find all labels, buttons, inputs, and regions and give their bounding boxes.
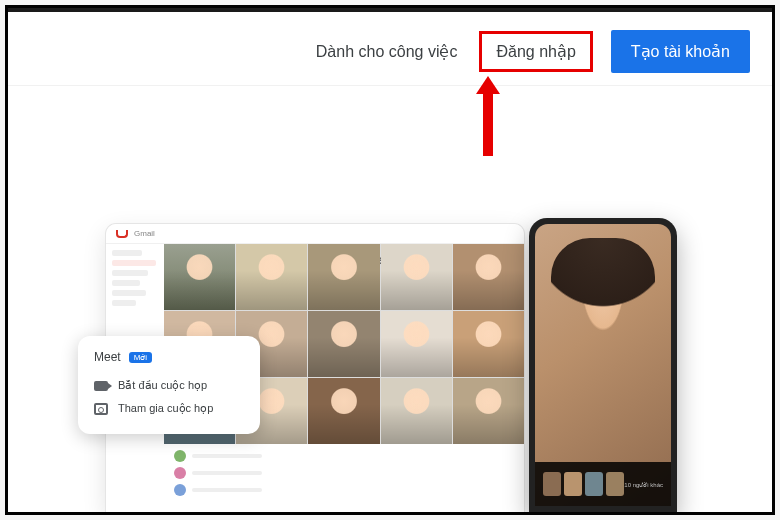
self-video bbox=[535, 224, 671, 462]
laptop-app-header: Gmail bbox=[106, 224, 524, 244]
keyboard-icon bbox=[94, 403, 108, 415]
phone-participants-bar: 10 người khác bbox=[535, 462, 671, 506]
participant-tile bbox=[308, 311, 379, 377]
start-meeting-button[interactable]: Bắt đầu cuộc họp bbox=[94, 374, 244, 397]
phone-screen: 10 người khác bbox=[535, 224, 671, 506]
sidebar-item bbox=[112, 300, 136, 306]
meet-popup: Meet Mới Bắt đầu cuộc họp Tham gia cuộc … bbox=[78, 336, 260, 434]
text-placeholder bbox=[192, 488, 262, 492]
gmail-list-preview bbox=[164, 444, 524, 512]
sign-in-link[interactable]: Đăng nhập bbox=[479, 31, 592, 72]
browser-top-strip bbox=[8, 8, 772, 12]
meet-title: Meet bbox=[94, 350, 121, 364]
hero-illustration: Gmail ⠿ ▦ bbox=[8, 182, 772, 512]
join-meeting-label: Tham gia cuộc họp bbox=[118, 402, 213, 415]
avatar bbox=[174, 467, 186, 479]
video-camera-icon bbox=[94, 381, 108, 391]
participant-tile bbox=[308, 378, 379, 444]
gmail-label: Gmail bbox=[134, 229, 155, 238]
phone-mockup: 10 người khác bbox=[529, 218, 677, 512]
for-work-link[interactable]: Dành cho công việc bbox=[312, 36, 462, 67]
participant-tile bbox=[236, 244, 307, 310]
sidebar-item bbox=[112, 270, 148, 276]
thumb-tile bbox=[543, 472, 561, 496]
person-illustration bbox=[551, 238, 655, 398]
avatar bbox=[174, 450, 186, 462]
text-placeholder bbox=[192, 471, 262, 475]
create-account-button[interactable]: Tạo tài khoản bbox=[611, 30, 750, 73]
highlight-arrow-annotation bbox=[476, 76, 500, 156]
list-item bbox=[174, 484, 514, 496]
new-badge: Mới bbox=[129, 352, 152, 363]
sidebar-item bbox=[112, 280, 140, 286]
avatar bbox=[174, 484, 186, 496]
participant-thumbnails bbox=[543, 472, 624, 496]
participant-tile bbox=[453, 311, 524, 377]
arrow-shaft bbox=[483, 94, 493, 156]
gmail-icon bbox=[116, 230, 128, 238]
participant-tile bbox=[381, 378, 452, 444]
sidebar-item-active bbox=[112, 260, 156, 266]
header-nav: Dành cho công việc Đăng nhập Tạo tài kho… bbox=[8, 12, 772, 86]
list-item bbox=[174, 467, 514, 479]
participant-tile bbox=[164, 244, 235, 310]
meet-popup-header: Meet Mới bbox=[94, 350, 244, 364]
page: Dành cho công việc Đăng nhập Tạo tài kho… bbox=[8, 8, 772, 512]
start-meeting-label: Bắt đầu cuộc họp bbox=[118, 379, 207, 392]
list-item bbox=[174, 450, 514, 462]
participant-tile bbox=[453, 378, 524, 444]
screenshot-frame: Dành cho công việc Đăng nhập Tạo tài kho… bbox=[5, 5, 775, 515]
text-placeholder bbox=[192, 454, 262, 458]
more-participants-label: 10 người khác bbox=[624, 481, 663, 488]
participant-tile bbox=[381, 244, 452, 310]
sidebar-item bbox=[112, 290, 146, 296]
arrow-up-icon bbox=[476, 76, 500, 94]
participant-tile bbox=[453, 244, 524, 310]
thumb-tile bbox=[585, 472, 603, 496]
thumb-tile bbox=[564, 472, 582, 496]
join-meeting-button[interactable]: Tham gia cuộc họp bbox=[94, 397, 244, 420]
sidebar-item bbox=[112, 250, 142, 256]
participant-tile bbox=[308, 244, 379, 310]
thumb-tile bbox=[606, 472, 624, 496]
participant-tile bbox=[381, 311, 452, 377]
